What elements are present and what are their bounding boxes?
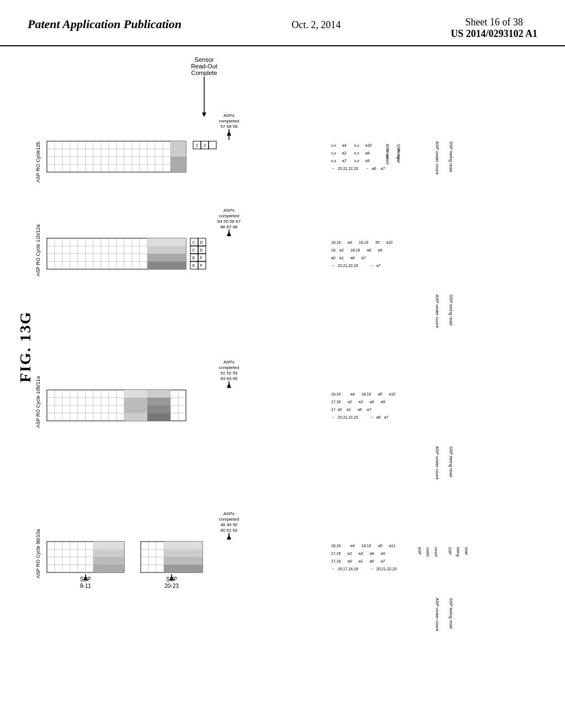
svg-text:a7: a7 [384, 415, 388, 419]
svg-text:a10: a10 [365, 143, 372, 147]
svg-text:SSP being read: SSP being read [449, 598, 454, 629]
svg-text:18,19: 18,19 [361, 392, 371, 396]
svg-text:a2: a2 [342, 151, 347, 155]
svg-rect-159 [124, 390, 147, 398]
svg-text:x,x: x,x [354, 159, 359, 163]
svg-text:→: → [370, 415, 374, 419]
svg-text:60  61  62: 60 61 62 [220, 528, 238, 533]
svg-text:F: F [200, 264, 202, 267]
svg-text:a6: a6 [358, 408, 362, 411]
svg-text:→: → [370, 567, 374, 571]
svg-text:a6: a6 [370, 559, 374, 563]
svg-rect-164 [147, 405, 170, 413]
svg-text:Complete: Complete [191, 69, 217, 76]
svg-rect-96 [147, 261, 186, 269]
svg-text:.: . [212, 143, 213, 147]
svg-text:a7: a7 [381, 167, 385, 170]
svg-text:F: F [200, 256, 202, 260]
svg-text:20-23: 20-23 [164, 583, 179, 589]
svg-text:x,x: x,x [331, 151, 336, 155]
svg-text:ASPs: ASPs [223, 360, 234, 365]
svg-text:a1: a1 [339, 256, 344, 260]
svg-text:→: → [331, 167, 335, 170]
svg-text:a5: a5 [378, 544, 382, 548]
svg-text:a7: a7 [367, 408, 371, 411]
svg-text:a6: a6 [372, 167, 376, 170]
svg-text:→: → [331, 264, 335, 267]
svg-rect-94 [147, 246, 186, 254]
svg-text:8-11: 8-11 [80, 583, 91, 589]
svg-text:a2: a2 [339, 248, 344, 252]
svg-text:35: 35 [375, 240, 380, 244]
svg-text:ASP: ASP [418, 547, 422, 555]
svg-text:17,18: 17,18 [331, 552, 341, 555]
svg-text:SSP being read: SSP being read [449, 141, 454, 172]
svg-marker-10 [227, 131, 231, 136]
svg-text:ASP under count: ASP under count [435, 141, 440, 175]
svg-rect-32 [170, 141, 186, 149]
figure-label: FIG. 13G [17, 311, 34, 383]
svg-text:read: read [397, 155, 401, 163]
svg-text:a8: a8 [370, 400, 374, 404]
svg-text:→: → [331, 567, 335, 571]
svg-text:20,21,22,23: 20,21,22,23 [338, 167, 358, 170]
svg-text:a7: a7 [361, 256, 366, 260]
svg-text:a3: a3 [359, 552, 363, 555]
svg-text:SSP: SSP [448, 547, 452, 555]
svg-text:a10: a10 [389, 392, 396, 396]
svg-text:completed: completed [219, 213, 239, 218]
svg-rect-209 [93, 557, 124, 565]
svg-text:ASP under count: ASP under count [435, 446, 440, 480]
svg-text:a0: a0 [348, 559, 352, 563]
svg-text:18: 18 [331, 248, 335, 252]
svg-text:18,19: 18,19 [350, 248, 360, 252]
svg-rect-224 [164, 557, 202, 565]
svg-text:a9: a9 [378, 248, 382, 252]
svg-text:a9: a9 [381, 400, 385, 404]
svg-text:ASPs: ASPs [223, 208, 234, 213]
svg-text:63 64  65: 63 64 65 [220, 376, 238, 381]
svg-text:C: C [192, 240, 195, 244]
svg-text:ASP RO Cycle 9b/10a: ASP RO Cycle 9b/10a [35, 529, 41, 579]
svg-text:17,18: 17,18 [331, 559, 341, 563]
svg-text:a6: a6 [350, 256, 355, 260]
svg-rect-34 [170, 157, 186, 164]
svg-text:ASPs: ASPs [223, 511, 234, 516]
svg-text:completed: completed [219, 517, 239, 522]
svg-text:3: 3 [204, 143, 206, 147]
svg-text:a7: a7 [342, 159, 347, 163]
svg-text:SSP being read: SSP being read [449, 295, 454, 325]
svg-rect-208 [93, 549, 124, 557]
svg-text:→: → [365, 167, 369, 170]
svg-rect-162 [147, 398, 170, 405]
svg-text:Sensor: Sensor [195, 56, 214, 63]
svg-text:a3: a3 [359, 400, 363, 404]
svg-text:20,21,22,23: 20,21,22,23 [376, 567, 397, 571]
svg-text:E: E [193, 256, 195, 260]
svg-text:ASP under count: ASP under count [435, 598, 440, 631]
svg-text:x,x: x,x [354, 151, 359, 155]
svg-rect-223 [164, 549, 202, 557]
svg-text:ASP RO Cycle 11b/12a: ASP RO Cycle 11b/12a [35, 224, 41, 276]
svg-text:a6: a6 [376, 415, 381, 419]
svg-text:a8: a8 [370, 552, 374, 555]
svg-marker-71 [227, 231, 231, 236]
svg-text:ASP under count: ASP under count [435, 295, 440, 328]
svg-text:17,18: 17,18 [331, 400, 341, 404]
svg-text:20,21,22,23: 20,21,22,23 [338, 415, 358, 419]
svg-text:17: 17 [331, 408, 335, 411]
svg-text:count: count [434, 547, 438, 556]
svg-text:a4: a4 [350, 392, 355, 396]
svg-text:a2: a2 [348, 552, 352, 555]
svg-text:x,x: x,x [331, 143, 336, 147]
svg-text:51 52 53: 51 52 53 [220, 371, 238, 376]
svg-text:ASP RO Cycle 10b/11a: ASP RO Cycle 10b/11a [35, 376, 41, 428]
svg-rect-225 [164, 565, 202, 572]
main-content: FIG. 13G Sensor Read-Out Complete ASP RO… [0, 46, 565, 719]
svg-text:a11: a11 [389, 544, 396, 548]
sheet-number: Sheet 16 of 38 [465, 17, 523, 28]
svg-text:being: being [456, 547, 460, 556]
svg-rect-33 [170, 149, 186, 157]
svg-rect-222 [164, 542, 202, 549]
svg-text:a4: a4 [342, 143, 347, 147]
